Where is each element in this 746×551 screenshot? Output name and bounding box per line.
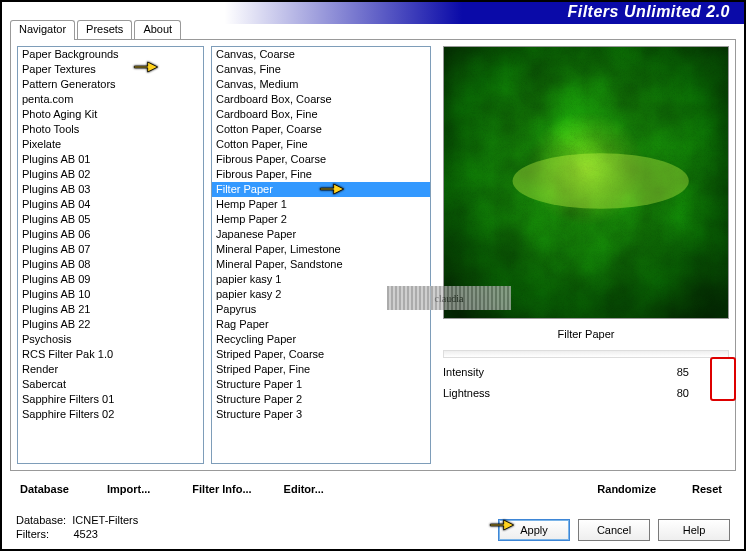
slider-label: Intensity (443, 366, 663, 378)
preview-image (443, 46, 729, 319)
list-item[interactable]: Psychosis (18, 332, 203, 347)
list-item[interactable]: Plugins AB 07 (18, 242, 203, 257)
svg-point-3 (513, 153, 689, 209)
list-item[interactable]: Recycling Paper (212, 332, 430, 347)
list-item[interactable]: Striped Paper, Fine (212, 362, 430, 377)
footer-buttons: Database Import... Filter Info... Editor… (18, 479, 728, 499)
filter-info-button[interactable]: Filter Info... (190, 479, 253, 499)
status-db-label: Database: (16, 514, 66, 526)
list-item[interactable]: Cotton Paper, Fine (212, 137, 430, 152)
list-item[interactable]: Fibrous Paper, Coarse (212, 152, 430, 167)
slider-label: Lightness (443, 387, 663, 399)
status-filters-label: Filters: (16, 528, 49, 540)
slider-lightness[interactable]: Lightness 80 (443, 382, 729, 403)
cancel-button[interactable]: Cancel (578, 519, 650, 541)
tab-navigator[interactable]: Navigator (10, 20, 75, 40)
editor-button[interactable]: Editor... (282, 479, 326, 499)
app-title: Filters Unlimited 2.0 (567, 3, 730, 21)
list-item[interactable]: Fibrous Paper, Fine (212, 167, 430, 182)
action-buttons: Apply Cancel Help (498, 519, 730, 541)
list-item[interactable]: Structure Paper 1 (212, 377, 430, 392)
list-item[interactable]: Plugins AB 03 (18, 182, 203, 197)
tab-about[interactable]: About (134, 20, 181, 40)
list-item[interactable]: Photo Aging Kit (18, 107, 203, 122)
list-item[interactable]: Plugins AB 04 (18, 197, 203, 212)
import-button[interactable]: Import... (105, 479, 152, 499)
list-item[interactable]: penta.com (18, 92, 203, 107)
tab-presets[interactable]: Presets (77, 20, 132, 40)
status-filters-value: 4523 (73, 528, 97, 540)
list-item[interactable]: Paper Textures (18, 62, 203, 77)
list-item[interactable]: Plugins AB 08 (18, 257, 203, 272)
list-item[interactable]: Plugins AB 01 (18, 152, 203, 167)
list-item[interactable]: Plugins AB 05 (18, 212, 203, 227)
list-item[interactable]: Mineral Paper, Limestone (212, 242, 430, 257)
list-item[interactable]: Plugins AB 06 (18, 227, 203, 242)
list-item[interactable]: Pattern Generators (18, 77, 203, 92)
list-item[interactable]: Canvas, Coarse (212, 47, 430, 62)
database-button[interactable]: Database (18, 479, 71, 499)
list-item[interactable]: Structure Paper 2 (212, 392, 430, 407)
status-area: Database: ICNET-Filters Filters: 4523 (16, 513, 138, 541)
list-item[interactable]: Filter Paper (212, 182, 430, 197)
list-item[interactable]: Mineral Paper, Sandstone (212, 257, 430, 272)
list-item[interactable]: Plugins AB 22 (18, 317, 203, 332)
slider-value: 80 (663, 387, 693, 399)
slider-area: Intensity 85 Lightness 80 (443, 361, 729, 403)
watermark: claudia (387, 286, 511, 310)
list-item[interactable]: Plugins AB 10 (18, 287, 203, 302)
category-list[interactable]: Paper BackgroundsPaper TexturesPattern G… (17, 46, 204, 464)
slider-intensity[interactable]: Intensity 85 (443, 361, 729, 382)
list-item[interactable]: Structure Paper 3 (212, 407, 430, 422)
list-item[interactable]: Render (18, 362, 203, 377)
list-item[interactable]: Cardboard Box, Fine (212, 107, 430, 122)
randomize-button[interactable]: Randomize (595, 479, 658, 499)
list-item[interactable]: Hemp Paper 1 (212, 197, 430, 212)
filter-list[interactable]: Canvas, CoarseCanvas, FineCanvas, Medium… (211, 46, 431, 464)
list-item[interactable]: Rag Paper (212, 317, 430, 332)
list-item[interactable]: Sapphire Filters 01 (18, 392, 203, 407)
list-item[interactable]: Canvas, Fine (212, 62, 430, 77)
help-button[interactable]: Help (658, 519, 730, 541)
list-item[interactable]: papier kasy 1 (212, 272, 430, 287)
list-item[interactable]: Plugins AB 02 (18, 167, 203, 182)
list-item[interactable]: RCS Filter Pak 1.0 (18, 347, 203, 362)
slider-value: 85 (663, 366, 693, 378)
list-item[interactable]: Plugins AB 21 (18, 302, 203, 317)
list-item[interactable]: Photo Tools (18, 122, 203, 137)
tab-bar: Navigator Presets About (10, 20, 183, 40)
list-item[interactable]: Sapphire Filters 02 (18, 407, 203, 422)
list-item[interactable]: Plugins AB 09 (18, 272, 203, 287)
status-db-value: ICNET-Filters (72, 514, 138, 526)
list-item[interactable]: Canvas, Medium (212, 77, 430, 92)
list-item[interactable]: Japanese Paper (212, 227, 430, 242)
list-item[interactable]: Paper Backgrounds (18, 47, 203, 62)
navigator-panel: Paper BackgroundsPaper TexturesPattern G… (10, 39, 736, 471)
list-item[interactable]: Hemp Paper 2 (212, 212, 430, 227)
list-item[interactable]: Pixelate (18, 137, 203, 152)
list-item[interactable]: Sabercat (18, 377, 203, 392)
title-slider-track[interactable] (443, 350, 729, 358)
list-item[interactable]: Striped Paper, Coarse (212, 347, 430, 362)
list-item[interactable]: Cotton Paper, Coarse (212, 122, 430, 137)
highlight-box (710, 357, 736, 401)
reset-button[interactable]: Reset (690, 479, 724, 499)
list-item[interactable]: Cardboard Box, Coarse (212, 92, 430, 107)
preview-title: Filter Paper (443, 325, 729, 343)
apply-button[interactable]: Apply (498, 519, 570, 541)
